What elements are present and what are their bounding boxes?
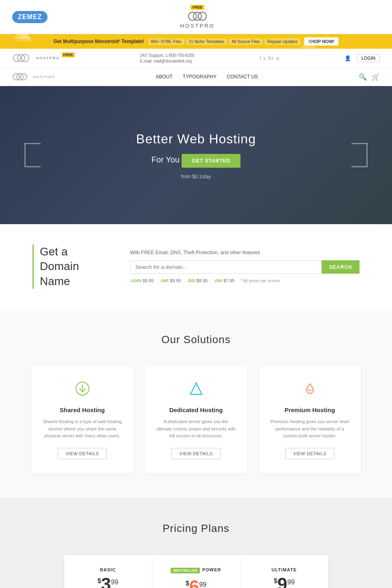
hero-price: from $0.1/day bbox=[136, 174, 256, 179]
hostpro-text: HOSTPRO bbox=[180, 23, 214, 29]
solutions-title: Our Solutions bbox=[24, 333, 368, 346]
dedicated-hosting-btn[interactable]: VIEW DETAILS bbox=[171, 448, 220, 459]
domain-section: Get a Domain Name With FREE Email, DNS, … bbox=[0, 224, 392, 309]
login-button[interactable]: LOGIN bbox=[357, 54, 380, 62]
premium-hosting-icon bbox=[269, 380, 351, 400]
pricing-card-ultimate: ULTIMATE $ 9 99 /mon 10 Websites 100 Ema… bbox=[240, 555, 328, 588]
zemez-logo: ZEMEZ bbox=[12, 11, 48, 23]
dedicated-hosting-icon bbox=[156, 380, 237, 400]
shared-hosting-name: Shared Hosting bbox=[42, 406, 123, 413]
user-icon: 👤 bbox=[344, 55, 351, 61]
price-dollar-ultimate: $ bbox=[274, 575, 277, 585]
promo-pill-2: 21 Niche Templates bbox=[186, 39, 227, 45]
plan-name-power: POWER bbox=[202, 567, 221, 572]
pricing-card-power: BESTSELLER POWER $ 6 99 /mon 3 Websites … bbox=[152, 555, 240, 588]
hero-bracket-left bbox=[24, 143, 41, 167]
domain-title: Get a Domain Name bbox=[32, 244, 106, 289]
domain-price-com: .com $9.95 bbox=[130, 278, 154, 283]
dedicated-hosting-desc: A dedicated server gives you the ultimat… bbox=[156, 418, 237, 440]
facebook-icon[interactable]: f bbox=[260, 56, 261, 61]
nav-logo: HOSTPRO bbox=[12, 71, 55, 82]
price-cents-basic: 99 bbox=[111, 575, 118, 586]
header-left: HOSTPRO FREE bbox=[12, 52, 75, 64]
pricing-cards: BASIC $ 3 99 /mon 1 Website 25 Email Add… bbox=[64, 555, 328, 588]
hero-section: Better Web Hosting For You GET STARTED f… bbox=[0, 86, 392, 224]
svg-point-2 bbox=[198, 12, 206, 20]
domain-search-button[interactable]: SEARCH bbox=[322, 260, 360, 274]
site-header: HOSTPRO FREE 24/7 Support: 1-800-700-620… bbox=[0, 49, 392, 68]
dedicated-hosting-name: Dedicated Hosting bbox=[156, 406, 237, 413]
solution-card-dedicated: Dedicated Hosting A dedicated server giv… bbox=[145, 366, 247, 473]
header-support: 24/7 Support: 1-800-700-6200 bbox=[140, 53, 194, 58]
pricing-section: Pricing Plans BASIC $ 3 99 /mon 1 Websit… bbox=[0, 498, 392, 588]
price-cents-power: 99 bbox=[199, 578, 206, 588]
price-dollar-power: $ bbox=[186, 578, 189, 587]
shared-hosting-btn[interactable]: VIEW DETAILS bbox=[58, 448, 106, 459]
cart-icon[interactable]: 🛒 bbox=[372, 73, 380, 81]
price-amount-basic: 3 bbox=[101, 575, 111, 588]
premium-hosting-name: Premium Hosting bbox=[269, 406, 351, 413]
header-right: 👤 LOGIN bbox=[344, 54, 380, 62]
header-contact-info: 24/7 Support: 1-800-700-6200 E-mail: mai… bbox=[140, 53, 194, 63]
hero-tagline: For You GET STARTED bbox=[136, 154, 256, 168]
nav-contact[interactable]: CONTACT US bbox=[227, 74, 258, 80]
price-cents-ultimate: 99 bbox=[287, 575, 295, 586]
premium-hosting-btn[interactable]: VIEW DETAILS bbox=[285, 448, 334, 459]
solution-card-premium: Premium Hosting Premium Hosting gives yo… bbox=[259, 366, 361, 473]
header-free-badge: FREE bbox=[62, 52, 75, 57]
promo-pill-4: Regular Updates bbox=[265, 39, 300, 45]
search-icon[interactable]: 🔍 bbox=[359, 73, 367, 81]
promo-pill-1: 400+ HTML Files bbox=[148, 39, 184, 45]
pricing-title: Pricing Plans bbox=[24, 522, 368, 535]
domain-prices: .com $9.95 .net $9.95 .biz $8.95 .me $7.… bbox=[130, 278, 360, 283]
domain-desc: With FREE Email, DNS, Theft Protection, … bbox=[130, 250, 360, 255]
pinterest-icon[interactable]: p bbox=[277, 56, 279, 61]
header-email: E-mail: mail@domainlink.org bbox=[140, 59, 194, 63]
header-social: f y G+ p bbox=[260, 56, 279, 61]
hostpro-icon bbox=[187, 11, 208, 22]
domain-search-row: SEARCH bbox=[130, 260, 360, 274]
domain-right: With FREE Email, DNS, Theft Protection, … bbox=[130, 250, 360, 283]
nav-links: ABOUT TYPOGRAPHY CONTACT US bbox=[156, 74, 258, 80]
domain-price-me: .me $7.95 bbox=[214, 278, 234, 283]
plan-name-ultimate: ULTIMATE bbox=[249, 567, 320, 572]
price-amount-ultimate: 9 bbox=[277, 575, 287, 588]
svg-point-0 bbox=[188, 12, 197, 20]
premium-hosting-desc: Premium Hosting gives you server level p… bbox=[269, 418, 351, 440]
promo-bar-text: Get Multipurpose Monstroid² Template! bbox=[54, 39, 144, 44]
price-dollar-basic: $ bbox=[97, 575, 101, 585]
plan-name-basic: BASIC bbox=[72, 567, 144, 572]
svg-marker-5 bbox=[301, 36, 317, 48]
nav-typography[interactable]: TYPOGRAPHY bbox=[183, 74, 217, 80]
shared-hosting-desc: Shared Hosting is a type of web hosting … bbox=[42, 418, 123, 440]
nav-actions: 🔍 🛒 bbox=[359, 73, 380, 81]
hero-bracket-right bbox=[351, 143, 368, 167]
domain-price-biz: .biz $8.95 bbox=[187, 278, 208, 283]
solutions-section: Our Solutions Shared Hosting Shared Host… bbox=[0, 309, 392, 498]
price-row-basic: $ 3 99 bbox=[72, 575, 144, 588]
price-amount-power: 6 bbox=[189, 578, 199, 588]
solutions-grid: Shared Hosting Shared Hosting is a type … bbox=[24, 366, 368, 473]
promo-pills: 400+ HTML Files 21 Niche Templates All S… bbox=[148, 39, 300, 45]
pricing-card-basic: BASIC $ 3 99 /mon 1 Website 25 Email Add… bbox=[64, 555, 152, 588]
hostpro-logo: FREE HOSTPRO bbox=[180, 5, 214, 29]
google-plus-icon[interactable]: G+ bbox=[268, 56, 274, 61]
hero-title: Better Web Hosting bbox=[136, 131, 256, 148]
shared-hosting-icon bbox=[42, 380, 123, 400]
youtube-icon[interactable]: y bbox=[263, 56, 266, 61]
zemez-bar: ZEMEZ FREE HOSTPRO bbox=[0, 0, 392, 34]
domain-search-input[interactable] bbox=[130, 260, 322, 274]
svg-point-1 bbox=[193, 12, 201, 20]
solution-card-shared: Shared Hosting Shared Hosting is a type … bbox=[32, 366, 133, 473]
price-row-power: $ 6 99 bbox=[160, 578, 232, 588]
bestseller-badge: BESTSELLER bbox=[171, 568, 200, 573]
main-nav: HOSTPRO ABOUT TYPOGRAPHY CONTACT US 🔍 🛒 bbox=[0, 68, 392, 86]
price-row-ultimate: $ 9 99 bbox=[249, 575, 320, 588]
promo-pill-3: All Source Files bbox=[229, 39, 262, 45]
free-tag: FREE bbox=[191, 5, 204, 10]
hero-content: Better Web Hosting For You GET STARTED f… bbox=[136, 131, 256, 179]
nav-about[interactable]: ABOUT bbox=[156, 74, 172, 80]
header-hostpro-text: HOSTPRO bbox=[36, 56, 60, 60]
hero-cta-button[interactable]: GET STARTED bbox=[182, 154, 240, 168]
domain-price-note: * All prices per annum bbox=[240, 279, 280, 283]
